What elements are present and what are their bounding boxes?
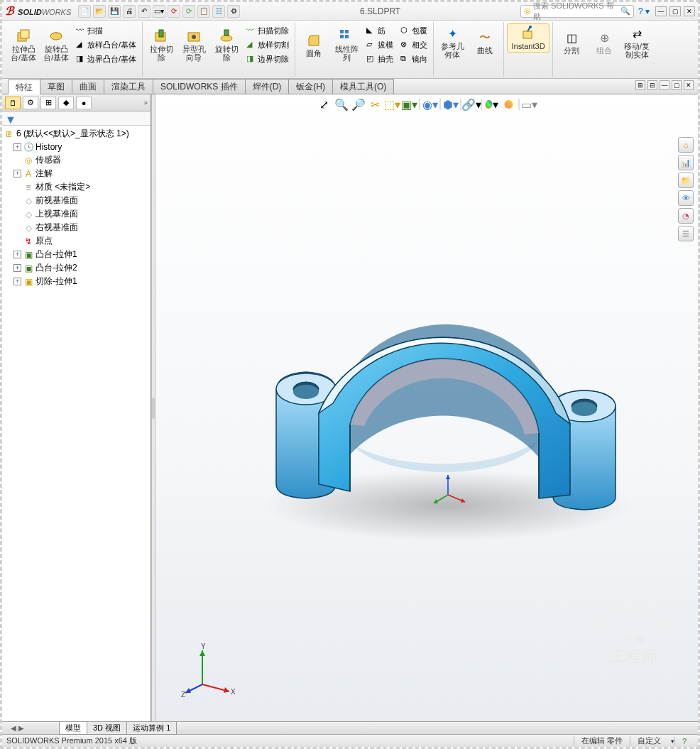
- rib-button[interactable]: ◣筋: [363, 23, 396, 38]
- tree-root[interactable]: 🗎 6 (默认<<默认>_显示状态 1>): [4, 127, 149, 141]
- taskpane-appearance-button[interactable]: ◔: [678, 208, 694, 224]
- status-help-button[interactable]: ?: [674, 737, 694, 745]
- tab-surfaces[interactable]: 曲面: [72, 79, 104, 94]
- doc-minimize-button[interactable]: —: [660, 80, 669, 90]
- tree-boss-extrude2[interactable]: +▣凸台-拉伸2: [4, 261, 149, 275]
- zoom-fit-button[interactable]: ⤢: [317, 97, 332, 111]
- sweep-button[interactable]: 〰扫描: [73, 23, 139, 38]
- qat-settings-button[interactable]: ⚙: [227, 5, 240, 18]
- boundary-cut-button[interactable]: ◨边界切除: [244, 52, 292, 66]
- linear-pattern-button[interactable]: 线性阵列: [331, 26, 362, 64]
- revolve-boss-button[interactable]: 旋转凸台/基体: [40, 26, 72, 64]
- cut-extrude-button[interactable]: 拉伸切除: [146, 26, 177, 64]
- taskpane-view-button[interactable]: 👁: [678, 190, 694, 206]
- doc-split-button[interactable]: ⊞: [635, 80, 645, 90]
- tab-sketch[interactable]: 草图: [40, 79, 72, 94]
- tree-origin[interactable]: ↯原点: [4, 234, 149, 248]
- instant3d-button[interactable]: Instant3D: [507, 23, 549, 53]
- minimize-button[interactable]: —: [655, 6, 667, 16]
- tree-boss-extrude1[interactable]: +▣凸台-拉伸1: [4, 248, 149, 261]
- prev-view-button[interactable]: 🔎: [351, 97, 366, 111]
- move-copy-button[interactable]: ⇄ 移动/复制实体: [621, 23, 652, 61]
- sweep-cut-button[interactable]: 〰扫描切除: [244, 23, 292, 38]
- qat-undo-button[interactable]: ↶: [138, 5, 151, 18]
- tree-material[interactable]: ≡材质 <未指定>: [4, 180, 149, 194]
- maximize-button[interactable]: ▢: [669, 6, 681, 16]
- view-orient-button[interactable]: ⬚▾: [385, 97, 400, 111]
- tree-sensors[interactable]: ◎传感器: [4, 153, 149, 167]
- panel-tab-display[interactable]: ●: [76, 97, 92, 109]
- tab-weldments[interactable]: 焊件(D): [245, 79, 290, 94]
- qat-new-button[interactable]: 📄: [78, 5, 91, 18]
- panel-collapse-button[interactable]: »: [143, 99, 148, 106]
- extrude-boss-button[interactable]: 拉伸凸台/基体: [8, 26, 39, 64]
- tree-right-plane[interactable]: ◇右视基准面: [4, 221, 149, 234]
- curves-button[interactable]: 〜 曲线: [469, 28, 501, 57]
- mirror-button[interactable]: ⧉镜向: [398, 52, 430, 66]
- qat-open-button[interactable]: 📂: [93, 5, 106, 18]
- qat-select-button[interactable]: ▭▾: [153, 5, 165, 18]
- qat-save-button[interactable]: 💾: [108, 5, 121, 18]
- tab-model[interactable]: 模型: [59, 722, 87, 735]
- orientation-triad[interactable]: Y X Z: [181, 642, 238, 699]
- qat-rebuild-button[interactable]: ⟳: [168, 5, 180, 18]
- section-view-button[interactable]: ✂: [368, 97, 383, 111]
- tab-mold[interactable]: 模具工具(O): [332, 79, 394, 94]
- split-button[interactable]: ◫ 分割: [556, 28, 587, 57]
- tree-history[interactable]: +🕓History: [4, 141, 149, 153]
- draft-button[interactable]: ▱拔模: [363, 38, 396, 52]
- material-icon: ≡: [23, 182, 34, 193]
- zoom-area-button[interactable]: 🔍: [334, 97, 349, 111]
- panel-tab-config[interactable]: ⊞: [40, 97, 56, 109]
- taskpane-explorer-button[interactable]: 📁: [678, 173, 694, 188]
- tree-annotations[interactable]: +A注解: [4, 167, 149, 180]
- intersect-button[interactable]: ⊗相交: [398, 38, 430, 52]
- hide-show-button[interactable]: ◉▾: [423, 97, 437, 111]
- ref-geometry-button[interactable]: ✦ 参考几何体: [437, 23, 468, 61]
- display-style-button[interactable]: ▣▾: [403, 97, 417, 111]
- search-icon[interactable]: 🔍: [620, 6, 630, 16]
- panel-tab-dim[interactable]: ◆: [58, 97, 74, 109]
- shell-button[interactable]: ◰抽壳: [363, 52, 396, 66]
- help-search-input[interactable]: ◎ 搜索 SOLIDWORKS 帮助 🔍: [520, 5, 634, 18]
- doc-split2-button[interactable]: ⊟: [647, 80, 657, 90]
- tab-addins[interactable]: SOLIDWORKS 插件: [153, 79, 246, 94]
- combine-button[interactable]: ⊕ 组合: [589, 28, 620, 57]
- edit-appearance-button[interactable]: ⬢▾: [444, 97, 458, 111]
- hole-wizard-button[interactable]: 异型孔向导: [178, 26, 209, 64]
- tree-front-plane[interactable]: ◇前视基准面: [4, 194, 149, 207]
- tab-sheetmetal[interactable]: 钣金(H): [288, 79, 333, 94]
- status-custom[interactable]: 自定义: [630, 736, 668, 746]
- taskpane-properties-button[interactable]: ☰: [678, 226, 694, 241]
- loft-button[interactable]: ◢放样凸台/基体: [73, 38, 139, 52]
- view-settings-button[interactable]: ▾: [485, 97, 499, 111]
- close-button[interactable]: ✕: [684, 6, 695, 16]
- cut-revolve-button[interactable]: 旋转切除: [211, 26, 242, 64]
- taskpane-library-button[interactable]: 📊: [678, 155, 694, 170]
- tab-motion-study[interactable]: 运动算例 1: [126, 722, 177, 735]
- apply-scene-button[interactable]: 🔗▾: [464, 97, 478, 111]
- help-menu-button[interactable]: ? ▾: [638, 6, 650, 16]
- panel-tab-property[interactable]: ⚙: [23, 97, 38, 109]
- taskpane-home-button[interactable]: ⌂: [678, 137, 694, 153]
- loft-cut-button[interactable]: ◢放样切割: [244, 38, 292, 52]
- tree-filter-bar[interactable]: ▼: [2, 111, 151, 126]
- qat-options-button[interactable]: 📋: [197, 5, 210, 18]
- qat-rebuild2-button[interactable]: ⟳: [182, 5, 195, 18]
- boundary-button[interactable]: ◨边界凸台/基体: [73, 52, 139, 66]
- tab-render[interactable]: 渲染工具: [104, 79, 153, 94]
- view-screen-button[interactable]: ▭▾: [523, 97, 537, 111]
- tab-3dview[interactable]: 3D 视图: [87, 722, 127, 735]
- doc-maximize-button[interactable]: ▢: [672, 80, 682, 90]
- render-button[interactable]: [502, 97, 516, 111]
- tree-cut-extrude1[interactable]: +▣切除-拉伸1: [4, 275, 149, 288]
- tree-top-plane[interactable]: ◇上视基准面: [4, 207, 149, 221]
- fillet-button[interactable]: 圆角: [298, 31, 329, 60]
- doc-close-button[interactable]: ✕: [684, 80, 694, 90]
- graphics-viewport[interactable]: ⤢ 🔍 🔎 ✂ ⬚▾ ▣▾ ◉▾ ⬢▾ 🔗▾ ▾ ▭▾: [155, 94, 698, 721]
- qat-print-button[interactable]: 🖨: [123, 5, 136, 18]
- panel-tab-tree[interactable]: 🗒: [5, 97, 21, 109]
- tab-features[interactable]: 特征: [8, 80, 40, 94]
- wrap-button[interactable]: ⬡包覆: [398, 23, 430, 38]
- qat-tree-button[interactable]: ☷: [212, 5, 225, 18]
